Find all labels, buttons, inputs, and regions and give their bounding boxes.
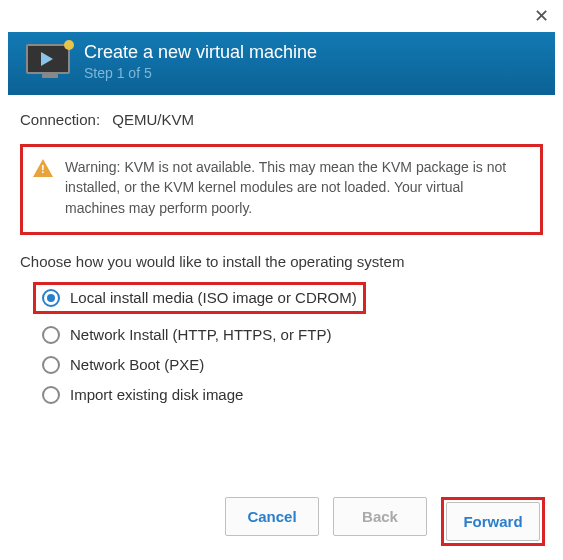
cancel-button[interactable]: Cancel — [225, 497, 319, 536]
forward-button-wrap: Forward — [441, 497, 545, 546]
radio-icon — [42, 326, 60, 344]
radio-icon — [42, 386, 60, 404]
wizard-header: Create a new virtual machine Step 1 of 5 — [8, 32, 555, 95]
forward-button[interactable]: Forward — [446, 502, 540, 541]
warning-box: Warning: KVM is not available. This may … — [20, 144, 543, 235]
close-icon[interactable]: ✕ — [531, 6, 551, 26]
cancel-button-wrap: Cancel — [225, 497, 319, 546]
wizard-body: Connection: QEMU/KVM Warning: KVM is not… — [0, 95, 563, 432]
choose-label: Choose how you would like to install the… — [20, 253, 543, 270]
wizard-title: Create a new virtual machine — [84, 42, 317, 63]
connection-label: Connection: — [20, 111, 100, 128]
back-button: Back — [333, 497, 427, 536]
warning-text: Warning: KVM is not available. This may … — [65, 157, 526, 218]
option-network-boot[interactable]: Network Boot (PXE) — [42, 356, 543, 374]
wizard-step: Step 1 of 5 — [84, 65, 317, 81]
option-network-install[interactable]: Network Install (HTTP, HTTPS, or FTP) — [42, 326, 543, 344]
titlebar: ✕ — [0, 0, 563, 26]
radio-icon — [42, 356, 60, 374]
wizard-footer: Cancel Back Forward — [225, 497, 545, 546]
vm-monitor-icon — [26, 44, 70, 80]
connection-row: Connection: QEMU/KVM — [20, 111, 543, 128]
option-label: Network Install (HTTP, HTTPS, or FTP) — [70, 326, 331, 343]
header-text: Create a new virtual machine Step 1 of 5 — [84, 42, 317, 81]
option-label: Local install media (ISO image or CDROM) — [70, 289, 357, 306]
option-label: Import existing disk image — [70, 386, 243, 403]
vm-wizard-dialog: ✕ Create a new virtual machine Step 1 of… — [0, 0, 563, 432]
install-options: Local install media (ISO image or CDROM)… — [20, 282, 543, 404]
option-label: Network Boot (PXE) — [70, 356, 204, 373]
option-local-media[interactable]: Local install media (ISO image or CDROM) — [33, 282, 366, 314]
warning-icon — [33, 159, 53, 177]
connection-value: QEMU/KVM — [112, 111, 194, 128]
option-import-disk[interactable]: Import existing disk image — [42, 386, 543, 404]
back-button-wrap: Back — [333, 497, 427, 546]
radio-icon — [42, 289, 60, 307]
